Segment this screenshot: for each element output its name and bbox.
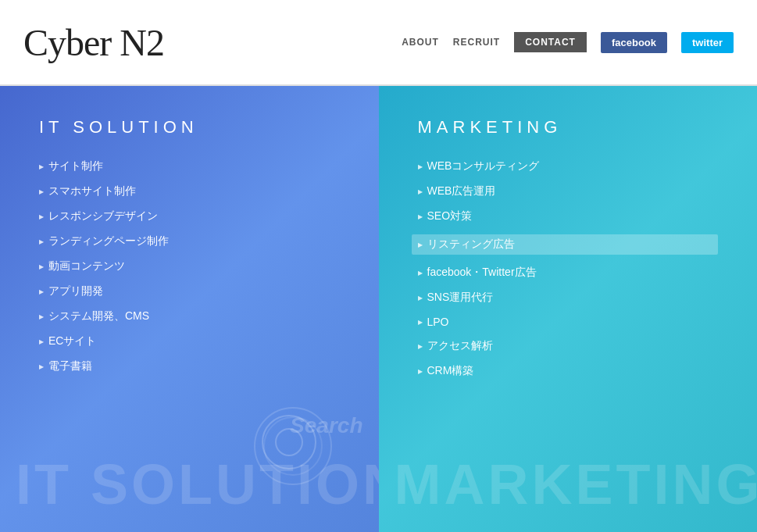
- bg-text-right: MARKETING: [395, 452, 758, 516]
- it-solution-item-3[interactable]: ランディングページ制作: [39, 234, 340, 248]
- marketing-item-0[interactable]: WEBコンサルティング: [418, 159, 719, 173]
- marketing-item-7[interactable]: アクセス解析: [418, 339, 719, 353]
- marketing-item-2[interactable]: SEO対策: [418, 209, 719, 223]
- marketing-item-3[interactable]: リスティング広告: [412, 234, 719, 255]
- it-solution-title: IT SOLUTION: [39, 117, 340, 137]
- nav-about[interactable]: ABOUT: [402, 37, 439, 48]
- it-solution-item-0[interactable]: サイト制作: [39, 159, 340, 173]
- marketing-item-4[interactable]: facebook・Twitter広告: [418, 266, 719, 280]
- header: Cyber N2 ABOUT RECRUIT CONTACT facebook …: [0, 0, 757, 86]
- panel-marketing: MARKETING MARKETING WEBコンサルティングWEB広告運用SE…: [379, 86, 758, 532]
- it-solution-item-5[interactable]: アプリ開発: [39, 284, 340, 298]
- nav-recruit[interactable]: RECRUIT: [453, 37, 500, 48]
- nav-twitter[interactable]: twitter: [681, 32, 734, 53]
- marketing-item-8[interactable]: CRM構築: [418, 364, 719, 378]
- bg-text-left: IT SOLUTION: [16, 452, 379, 516]
- it-solution-menu: サイト制作スマホサイト制作レスポンシブデザインランディングページ制作動画コンテン…: [39, 159, 340, 373]
- marketing-title: MARKETING: [418, 117, 719, 137]
- nav: ABOUT RECRUIT CONTACT facebook twitter: [402, 32, 734, 53]
- marketing-item-6[interactable]: LPO: [418, 316, 719, 328]
- marketing-item-5[interactable]: SNS運用代行: [418, 291, 719, 305]
- marketing-item-1[interactable]: WEB広告運用: [418, 184, 719, 198]
- it-solution-item-6[interactable]: システム開発、CMS: [39, 309, 340, 323]
- nav-contact[interactable]: CONTACT: [514, 32, 587, 52]
- nav-facebook[interactable]: facebook: [601, 32, 667, 53]
- logo: Cyber N2: [23, 21, 164, 64]
- panel-it-solution: Search IT SOLUTION IT SOLUTION サイト制作スマホサ…: [0, 86, 379, 532]
- it-solution-item-7[interactable]: ECサイト: [39, 334, 340, 348]
- it-solution-item-4[interactable]: 動画コンテンツ: [39, 259, 340, 273]
- it-solution-item-2[interactable]: レスポンシブデザイン: [39, 209, 340, 223]
- it-solution-item-8[interactable]: 電子書籍: [39, 359, 340, 373]
- main-content: Search IT SOLUTION IT SOLUTION サイト制作スマホサ…: [0, 86, 757, 532]
- marketing-menu: WEBコンサルティングWEB広告運用SEO対策リスティング広告facebook・…: [418, 159, 719, 378]
- it-solution-item-1[interactable]: スマホサイト制作: [39, 184, 340, 198]
